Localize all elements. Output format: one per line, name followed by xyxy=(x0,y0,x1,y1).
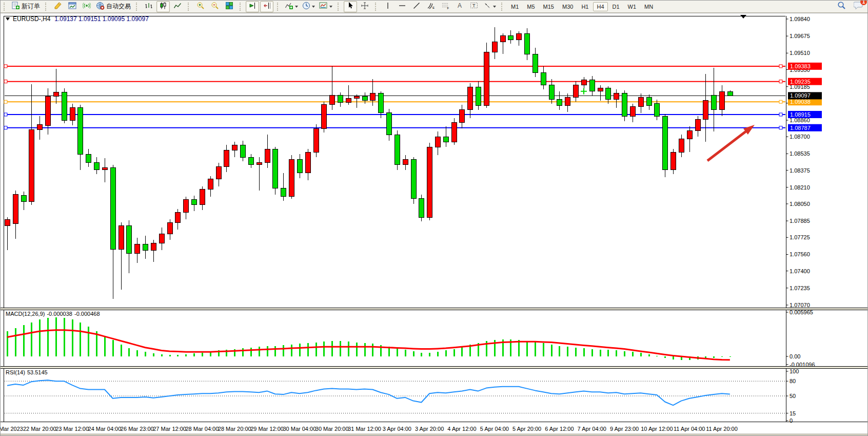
candle xyxy=(663,116,668,170)
candle xyxy=(646,98,652,106)
candle xyxy=(435,137,440,147)
tab-timeframe-w1[interactable]: W1 xyxy=(624,2,640,11)
horizontal-line-tool-button[interactable] xyxy=(396,1,409,12)
svg-text:22 Mar 2023: 22 Mar 2023 xyxy=(1,426,23,432)
periods-button[interactable] xyxy=(301,1,317,12)
toolbar-right: 1 xyxy=(834,1,867,12)
tab-timeframe-m30[interactable]: M30 xyxy=(559,2,577,11)
toolbar-grip xyxy=(136,3,140,11)
toolbar-grip xyxy=(240,3,243,11)
cursor-tool-button[interactable] xyxy=(344,1,357,12)
candle xyxy=(78,108,83,154)
candle xyxy=(159,234,164,243)
candle xyxy=(476,87,481,106)
zoom-out-button[interactable] xyxy=(208,1,222,12)
line-handle[interactable] xyxy=(779,65,782,68)
text-tool-button[interactable]: A xyxy=(453,1,466,12)
tab-timeframe-d1[interactable]: D1 xyxy=(609,2,623,11)
chart-collapse-icon[interactable] xyxy=(6,17,10,21)
svg-text:22 Mar 20:00: 22 Mar 20:00 xyxy=(23,426,56,432)
indicators-button[interactable] xyxy=(283,1,300,12)
line-handle[interactable] xyxy=(779,113,782,116)
line-handle[interactable] xyxy=(4,113,7,116)
arrows-icon xyxy=(483,2,491,12)
svg-text:1.07725: 1.07725 xyxy=(790,234,810,240)
candle xyxy=(606,88,611,100)
trend-arrow-annotation[interactable] xyxy=(707,125,755,161)
search-button[interactable] xyxy=(835,1,848,12)
candle xyxy=(257,163,262,165)
svg-text:29 Mar 12:00: 29 Mar 12:00 xyxy=(250,426,284,432)
metaeditor-button[interactable] xyxy=(51,1,65,12)
trendline-tool-button[interactable] xyxy=(410,1,423,12)
templates-button[interactable] xyxy=(318,1,334,12)
candle xyxy=(21,196,26,202)
tab-timeframe-mn[interactable]: MN xyxy=(641,2,657,11)
chart-window[interactable]: EURUSD-,H4 1.09137 1.09151 1.09095 1.090… xyxy=(1,13,868,436)
line-handle[interactable] xyxy=(4,80,7,83)
signals-button[interactable] xyxy=(80,1,93,12)
bar-chart-mode-button[interactable] xyxy=(142,1,155,12)
autotrading-button[interactable]: 自动交易 xyxy=(94,1,132,12)
svg-text:1.09038: 1.09038 xyxy=(790,99,811,105)
svg-text:1.08535: 1.08535 xyxy=(790,150,810,157)
candle xyxy=(248,157,253,164)
candlestick-mode-button[interactable] xyxy=(156,1,170,12)
line-handle[interactable] xyxy=(779,80,782,83)
candle xyxy=(354,97,359,99)
line-handle[interactable] xyxy=(779,126,782,129)
new-order-icon xyxy=(11,2,20,12)
svg-text:26 Mar 23:00: 26 Mar 23:00 xyxy=(121,426,154,432)
candle xyxy=(614,93,619,100)
zoom-in-button[interactable] xyxy=(194,1,207,12)
line-handle[interactable] xyxy=(779,100,782,103)
autoscroll-button[interactable] xyxy=(246,1,259,12)
svg-text:0.00: 0.00 xyxy=(790,353,800,359)
svg-text:1.09097: 1.09097 xyxy=(790,92,811,99)
bar-chart-icon xyxy=(145,2,153,12)
svg-text:31 Mar 12:00: 31 Mar 12:00 xyxy=(348,426,381,432)
vertical-line-icon xyxy=(384,2,391,12)
candle xyxy=(532,54,538,72)
rsi-label: RSI(14)53.5145 xyxy=(6,369,50,375)
candle xyxy=(403,159,408,164)
templates-icon xyxy=(319,2,328,12)
candles-layer xyxy=(5,27,733,299)
candle xyxy=(671,152,676,169)
fibonacci-tool-button[interactable]: F xyxy=(439,1,452,12)
text-label-tool-button[interactable]: T xyxy=(467,1,481,12)
chart-shift-icon xyxy=(263,2,271,12)
chart-shift-marker xyxy=(740,15,746,18)
arrows-tool-button[interactable] xyxy=(482,1,498,12)
notifications-button[interactable]: 1 xyxy=(854,1,863,12)
horizontal-line-icon xyxy=(398,2,406,11)
svg-text:9 Apr 23:00: 9 Apr 23:00 xyxy=(610,426,639,432)
tab-timeframe-m1[interactable]: M1 xyxy=(507,2,522,11)
svg-text:1.09235: 1.09235 xyxy=(790,79,811,85)
equidistant-channel-tool-button[interactable]: E xyxy=(424,1,438,12)
autotrading-icon xyxy=(96,2,105,12)
line-handle[interactable] xyxy=(4,100,7,103)
candle xyxy=(167,222,172,234)
line-handle[interactable] xyxy=(4,126,7,129)
svg-text:1.07235: 1.07235 xyxy=(790,285,810,291)
tile-windows-button[interactable] xyxy=(223,1,236,12)
new-order-button[interactable]: 新订单 xyxy=(10,1,42,12)
vertical-line-tool-button[interactable] xyxy=(381,1,394,12)
candle xyxy=(484,52,489,106)
candle xyxy=(289,159,294,196)
chart-shift-button[interactable] xyxy=(260,1,273,12)
line-handle[interactable] xyxy=(4,65,7,68)
tab-timeframe-h4[interactable]: H4 xyxy=(593,2,607,11)
crosshair-tool-button[interactable] xyxy=(358,1,371,12)
line-chart-mode-button[interactable] xyxy=(171,1,184,12)
candle xyxy=(387,113,392,135)
candle xyxy=(655,104,660,116)
new-chart-button[interactable] xyxy=(66,1,79,12)
candle xyxy=(541,73,546,85)
tab-timeframe-h1[interactable]: H1 xyxy=(578,2,592,11)
tab-timeframe-m15[interactable]: M15 xyxy=(540,2,558,11)
autotrading-label: 自动交易 xyxy=(106,2,131,11)
cursor-icon xyxy=(347,2,354,11)
tab-timeframe-m5[interactable]: M5 xyxy=(523,2,538,11)
